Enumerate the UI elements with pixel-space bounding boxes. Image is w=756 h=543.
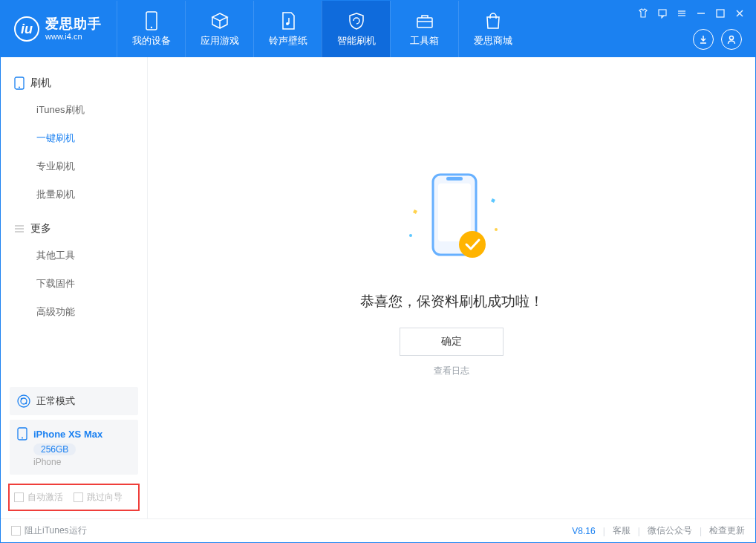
device-type: iPhone (33, 457, 131, 467)
app-url: www.i4.cn (45, 32, 102, 41)
nav-label: 工具箱 (410, 34, 439, 48)
svg-point-15 (19, 87, 20, 88)
sidebar-item-other-tools[interactable]: 其他工具 (1, 241, 147, 270)
window-controls (636, 7, 746, 20)
refresh-shield-icon (347, 11, 366, 30)
version-label: V8.16 (572, 526, 595, 536)
sidebar-item-pro-flash[interactable]: 专业刷机 (1, 152, 147, 181)
nav-label: 爱思商城 (474, 34, 512, 48)
svg-rect-3 (417, 18, 432, 27)
svg-point-27 (459, 231, 486, 258)
device-icon (142, 11, 161, 30)
logo-icon: iu (14, 16, 39, 42)
sidebar-item-advanced[interactable]: 高级功能 (1, 298, 147, 326)
nav-label: 智能刷机 (337, 34, 376, 48)
main-content: 恭喜您，保资料刷机成功啦！ 确定 查看日志 (148, 57, 755, 518)
shirt-icon[interactable] (636, 7, 650, 20)
status-bar: 阻止iTunes运行 V8.16 | 客服 | 微信公众号 | 检查更新 (1, 518, 755, 542)
svg-point-2 (286, 22, 289, 25)
app-header: iu 爱思助手 www.i4.cn 我的设备 应用游戏 铃声壁纸 智能刷机 工具… (1, 1, 755, 57)
checkbox-label: 阻止iTunes运行 (25, 524, 87, 537)
top-nav: 我的设备 应用游戏 铃声壁纸 智能刷机 工具箱 爱思商城 (117, 1, 527, 57)
device-card[interactable]: iPhone XS Max 256GB iPhone (10, 420, 138, 475)
cube-icon (210, 11, 229, 30)
mode-label: 正常模式 (36, 394, 75, 408)
sidebar-item-oneclick-flash[interactable]: 一键刷机 (1, 124, 147, 152)
sidebar-section-more: 更多 (1, 216, 147, 241)
sidebar: 刷机 iTunes刷机 一键刷机 专业刷机 批量刷机 更多 其他工具 下载固件 … (1, 57, 148, 518)
svg-point-19 (18, 395, 30, 407)
svg-rect-26 (446, 177, 463, 181)
nav-ringtones-wallpaper[interactable]: 铃声壁纸 (253, 1, 322, 57)
download-button[interactable] (693, 29, 714, 50)
checkbox-skip-guide[interactable]: 跳过向导 (74, 491, 123, 504)
music-file-icon (278, 11, 298, 30)
svg-point-23 (22, 438, 23, 439)
toolbox-icon (415, 11, 434, 30)
feedback-icon[interactable] (656, 7, 669, 20)
checkbox-block-itunes[interactable]: 阻止iTunes运行 (11, 524, 87, 537)
section-title: 更多 (30, 222, 51, 235)
sync-icon (17, 394, 30, 408)
nav-toolbox[interactable]: 工具箱 (390, 1, 458, 57)
mode-status[interactable]: 正常模式 (10, 387, 138, 415)
nav-smart-flash[interactable]: 智能刷机 (322, 1, 390, 57)
svg-point-31 (495, 228, 498, 231)
sidebar-section-flash: 刷机 (1, 71, 147, 96)
shopping-bag-icon (483, 11, 503, 30)
sidebar-item-batch-flash[interactable]: 批量刷机 (1, 181, 147, 209)
footer-link-wechat[interactable]: 微信公众号 (648, 524, 692, 537)
sidebar-item-itunes-flash[interactable]: iTunes刷机 (1, 96, 147, 124)
svg-point-21 (25, 403, 27, 404)
view-log-link[interactable]: 查看日志 (434, 365, 469, 377)
header-actions (693, 29, 742, 50)
ok-button[interactable]: 确定 (400, 328, 504, 356)
success-illustration (377, 169, 526, 273)
nav-store[interactable]: 爱思商城 (458, 1, 527, 57)
checkbox-icon (11, 526, 21, 536)
close-icon[interactable] (733, 7, 746, 20)
menu-icon[interactable] (675, 7, 688, 20)
user-button[interactable] (721, 29, 742, 50)
svg-marker-29 (491, 198, 495, 203)
device-name: iPhone XS Max (33, 429, 102, 440)
svg-point-20 (21, 398, 22, 400)
svg-rect-10 (717, 10, 724, 17)
nav-label: 铃声壁纸 (269, 34, 307, 48)
list-icon (14, 224, 25, 234)
device-capacity: 256GB (33, 443, 76, 455)
checkbox-label: 自动激活 (27, 491, 63, 504)
svg-point-1 (150, 26, 151, 27)
checkbox-auto-activate[interactable]: 自动激活 (14, 491, 63, 504)
checkbox-icon (74, 492, 83, 502)
app-name: 爱思助手 (45, 17, 102, 32)
svg-point-13 (730, 36, 734, 40)
footer-link-update[interactable]: 检查更新 (709, 524, 745, 537)
sidebar-item-download-firmware[interactable]: 下载固件 (1, 270, 147, 298)
minimize-icon[interactable] (694, 7, 708, 20)
svg-marker-28 (413, 209, 417, 214)
nav-label: 应用游戏 (201, 34, 239, 48)
footer-link-support[interactable]: 客服 (613, 524, 630, 537)
nav-my-device[interactable]: 我的设备 (117, 1, 185, 57)
svg-point-30 (409, 234, 412, 237)
logo[interactable]: iu 爱思助手 www.i4.cn (1, 16, 117, 42)
success-message: 恭喜您，保资料刷机成功啦！ (360, 292, 544, 311)
highlighted-options: 自动激活 跳过向导 (8, 484, 140, 511)
nav-apps-games[interactable]: 应用游戏 (185, 1, 253, 57)
svg-rect-5 (659, 10, 666, 16)
section-title: 刷机 (30, 77, 51, 90)
checkbox-label: 跳过向导 (87, 491, 123, 504)
maximize-icon[interactable] (714, 7, 727, 20)
checkbox-icon (14, 492, 24, 502)
phone-icon (14, 77, 25, 90)
phone-icon (17, 427, 27, 440)
nav-label: 我的设备 (132, 34, 171, 48)
